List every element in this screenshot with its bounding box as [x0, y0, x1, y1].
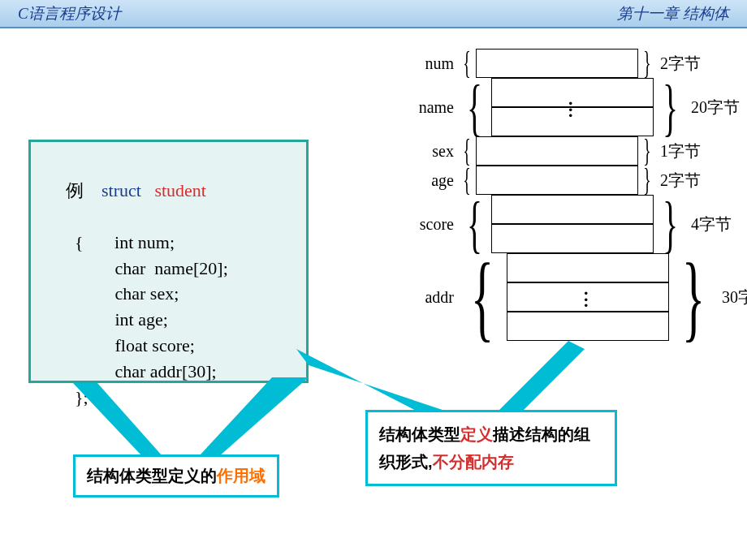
brace-right-icon: } [642, 136, 651, 166]
brace-left-icon: { [463, 136, 472, 166]
code-line: char sex; [39, 281, 298, 307]
code-example-box: 例 struct student { int num; char name[20… [28, 140, 309, 383]
code-line: { int num; [39, 230, 298, 256]
memory-cell [476, 136, 638, 166]
memory-size: 30字节 [717, 253, 747, 341]
callout-definition: 结构体类型定义描述结构的组织形式,不分配内存 [365, 410, 617, 486]
memory-label: num [374, 49, 459, 78]
brace-right-icon: } [642, 49, 651, 78]
memory-cell [507, 312, 669, 341]
callout-scope: 结构体类型定义的作用域 [73, 454, 279, 498]
brace-right-icon: } [662, 195, 678, 253]
memory-layout: num{}2字节name{. . .}20字节sex{}1字节age{}2字节s… [374, 49, 747, 341]
svg-marker-3 [495, 341, 585, 414]
memory-field-addr: addr{. . .}30字节 [374, 253, 747, 341]
callout1-text1: 结构体类型定义的 [87, 467, 217, 485]
callout2-text4: 不分配内存 [433, 453, 514, 471]
brace-right-icon: } [662, 78, 678, 136]
memory-label: age [374, 166, 459, 195]
struct-keyword: struct [101, 180, 141, 200]
memory-cell [476, 166, 638, 195]
memory-size: 20字节 [686, 78, 747, 136]
callout2-text2: 定义 [460, 425, 493, 443]
callout2-text1: 结构体类型 [379, 425, 460, 443]
memory-field-sex: sex{}1字节 [374, 136, 747, 166]
memory-label: name [374, 78, 459, 136]
type-name: student [154, 180, 206, 200]
code-line: float score; [39, 333, 298, 359]
header-left: C语言程序设计 [18, 3, 121, 24]
memory-label: score [374, 195, 459, 253]
brace-right-icon: } [642, 166, 651, 195]
svg-marker-2 [296, 349, 455, 414]
memory-cell [491, 195, 654, 224]
vertical-dots-icon: . . . [584, 286, 589, 304]
memory-field-num: num{}2字节 [374, 49, 747, 78]
svg-marker-0 [73, 383, 162, 456]
callout1-text2: 作用域 [217, 467, 266, 485]
brace-left-icon: { [467, 78, 483, 136]
memory-label: addr [374, 253, 459, 341]
code-line: char name[20]; [39, 256, 298, 282]
code-line: int age; [39, 307, 298, 333]
memory-field-age: age{}2字节 [374, 166, 747, 195]
memory-label: sex [374, 136, 459, 166]
brace-right-icon: } [681, 253, 706, 341]
brace-left-icon: { [471, 253, 495, 341]
vertical-dots-icon: . . . [568, 96, 573, 114]
slide-header: C语言程序设计 第十一章 结构体 [0, 0, 747, 28]
memory-cell [476, 49, 638, 78]
memory-field-name: name{. . .}20字节 [374, 78, 747, 136]
memory-cell [491, 224, 654, 253]
example-label: 例 [66, 180, 84, 200]
header-right: 第十一章 结构体 [617, 3, 729, 24]
